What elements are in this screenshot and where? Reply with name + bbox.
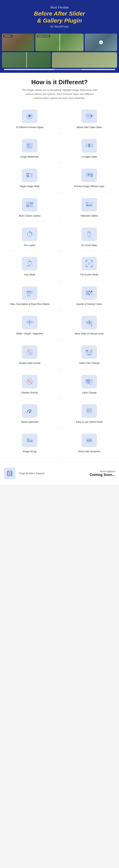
header-subtitle: for WordPress	[4, 25, 115, 28]
svg-rect-14	[91, 144, 93, 147]
feature-label-change: Label Change	[60, 369, 119, 399]
feature-disable-overlay: Disable Overlay	[0, 369, 60, 399]
svg-point-19	[27, 174, 29, 175]
svg-point-99	[90, 409, 91, 409]
svg-rect-26	[91, 173, 92, 175]
move-slider-label: Move slider on Mouse hover	[64, 332, 115, 335]
page-builders-label: Page Builders Support	[19, 472, 86, 475]
label-change-icon-wrap	[81, 375, 97, 389]
feature-preview-nologin: Preview Image Without Login	[60, 163, 119, 192]
titles-desc-icon-wrap	[22, 286, 37, 300]
feature-preview-styles: 10 Different Preview Styles	[0, 104, 60, 133]
svg-marker-65	[29, 319, 30, 320]
watermark-label: Image Watermark	[4, 155, 55, 159]
feature-multi-column: Multi Column Gallery	[0, 192, 60, 222]
preloader-label: Pre Loader	[4, 244, 55, 247]
fullscreen-label: Full Screen Mode	[64, 273, 115, 276]
coming-soon-label: Coming Soon...	[90, 473, 115, 477]
width-height-icon-wrap	[22, 316, 37, 330]
svg-text:©: ©	[27, 145, 29, 148]
auto-slider-label: Auto Slider	[4, 273, 55, 276]
shortcode-icon	[85, 436, 93, 444]
scroll-thumb	[54, 69, 82, 70]
titles-desc-label: Titles, Description & Read More Button	[4, 303, 55, 306]
more-text: Page Builders Support	[19, 472, 86, 475]
label-color-icon-wrap	[81, 345, 97, 359]
titles-desc-icon	[26, 289, 34, 297]
feature-easy-option: Easy-to-use Option Panel	[60, 399, 119, 428]
preview-nologin-label: Preview Image Without Login	[64, 185, 115, 188]
single-image-icon: ⟺	[26, 172, 34, 179]
hero-img-2: MANIPULATION	[35, 34, 84, 51]
image-alt-icon-wrap: alt	[22, 434, 37, 447]
svg-point-38	[29, 234, 30, 235]
more-section: Page Builders Support More Options Comin…	[0, 462, 119, 485]
width-height-icon	[26, 319, 34, 327]
hero-img-3: ⟺	[85, 34, 117, 51]
multi-column-icon	[26, 201, 34, 209]
feature-titles-desc: Titles, Description & Read More Button	[0, 281, 60, 310]
svg-rect-28	[26, 202, 29, 205]
video-slider-label: Before After Video Slider	[64, 126, 115, 129]
scroll-bar[interactable]	[4, 69, 115, 70]
handle-overlay-label: Handle & Overlay Colors	[64, 303, 115, 306]
disable-overlay-icon	[26, 378, 34, 385]
auto-slider-icon-wrap	[22, 257, 37, 270]
original-badge: ORIGINAL	[3, 35, 12, 37]
single-image-label: Single Image Slider	[4, 185, 55, 188]
feature-label-color: Label Color Change	[60, 340, 119, 369]
disable-overlay-icon-wrap	[22, 375, 37, 389]
multi-column-icon-wrap	[22, 198, 37, 212]
label-color-label: Label Color Change	[64, 362, 115, 365]
label-change-label: Label Change	[64, 391, 115, 394]
more-options-label: More Options	[90, 470, 115, 473]
svg-rect-34	[86, 203, 88, 203]
feature-disable-handle: Disable slider handle	[0, 340, 60, 369]
hero-img-4	[2, 52, 51, 68]
feature-single-image: ⟺ Single Image Slider	[0, 163, 60, 192]
speed-icon-wrap	[22, 404, 37, 418]
svg-marker-5	[91, 114, 93, 117]
feature-move-slider: Move slider on Mouse hover	[60, 310, 119, 340]
3-images-icon-wrap	[81, 139, 97, 153]
preview-nologin-icon-wrap	[81, 168, 97, 182]
fullscreen-icon-wrap	[81, 257, 97, 270]
svg-rect-51	[27, 293, 31, 293]
single-image-icon-wrap: ⟺	[22, 168, 37, 182]
svg-rect-50	[27, 292, 32, 292]
feature-fullscreen: Full Screen Mode	[60, 251, 119, 281]
svg-point-24	[88, 174, 90, 176]
feature-filterable: Filterable Gallery	[60, 192, 119, 222]
svg-rect-35	[86, 205, 89, 206]
svg-rect-30	[26, 205, 29, 207]
multi-column-label: Multi Column Gallery	[4, 214, 55, 218]
disable-handle-label: Disable slider handle	[4, 362, 55, 365]
filterable-icon	[85, 201, 93, 209]
feature-shortcode: Short code Generator	[60, 428, 119, 458]
svg-rect-88	[90, 380, 92, 381]
elementor-logo	[6, 470, 13, 477]
manipulation-badge: MANIPULATION	[37, 35, 50, 37]
svg-rect-77	[86, 350, 88, 351]
hero-images: ORIGINAL MANIPULATION ⟺	[0, 34, 119, 73]
label-color-icon	[85, 348, 93, 356]
easy-option-label: Easy-to-use Option Panel	[64, 421, 115, 424]
elementor-icon	[4, 468, 15, 479]
svg-rect-101	[87, 411, 90, 412]
preview-styles-label: 10 Different Preview Styles	[4, 126, 55, 129]
3-images-label: 3 Images Slider	[64, 155, 115, 159]
on-scroll-icon-wrap	[81, 227, 97, 241]
preview-nologin-icon	[85, 172, 93, 179]
hero-row-1: ORIGINAL MANIPULATION ⟺	[2, 34, 117, 51]
watermark-icon-wrap: ©	[22, 139, 37, 153]
hero-img-5	[52, 52, 117, 68]
slider-handle: ⟺	[99, 40, 103, 44]
svg-text:alt: alt	[32, 440, 34, 442]
width-height-label: Width - Height - Alignment	[4, 332, 55, 335]
svg-rect-78	[90, 350, 92, 351]
svg-point-75	[29, 351, 30, 353]
feature-image-alt: alt Image Alt tag	[0, 428, 60, 458]
image-alt-icon: alt	[26, 436, 34, 444]
feature-video-slider: Before After Video Slider	[60, 104, 119, 133]
svg-rect-29	[30, 202, 33, 205]
